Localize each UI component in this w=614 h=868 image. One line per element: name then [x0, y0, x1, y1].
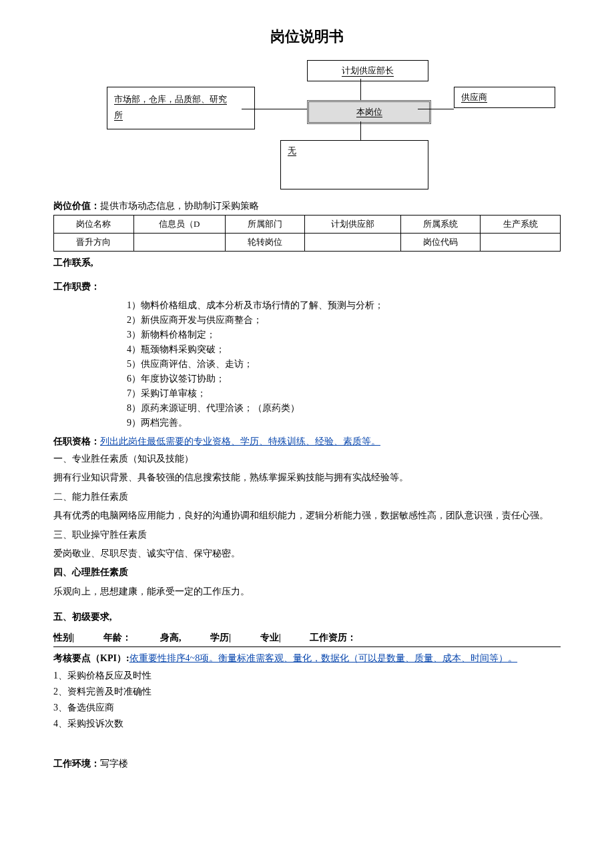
duties-label: 工作职费：	[53, 281, 561, 293]
qual-link: 列出此岗住最低需要的专业资格、学历、特殊训练、经验、素质等。	[100, 436, 380, 446]
org-line	[360, 121, 361, 140]
kpi-item: 4、采购投诉次数	[53, 718, 561, 730]
org-right-text: 供应商	[461, 92, 487, 103]
duty-item: 7）采购订单审核；	[127, 388, 561, 400]
cell: 信息员（D	[133, 215, 225, 234]
org-bottom-box: 无	[280, 140, 428, 189]
org-bottom-text: 无	[288, 145, 296, 156]
info-table: 岗位名称 信息员（D 所属部门 计划供应部 所属系统 生产系统 晋升方向 轮转岗…	[53, 215, 561, 252]
cell: 岗位代码	[400, 234, 481, 252]
org-left-line1: 市场部，仓库，品质部、研究	[114, 94, 227, 105]
qualification-line: 任职资格：列出此岗住最低需要的专业资格、学历、特殊训练、经验、素质等。	[53, 436, 561, 448]
duty-item: 9）两档完善。	[127, 417, 561, 429]
q2-title: 二、能力胜任素质	[53, 490, 561, 504]
req-height: 身高,	[160, 632, 182, 642]
org-chart: 计划供应部长 市场部，仓库，品质部、研究 所 本岗位 供应商 无	[53, 60, 561, 193]
duty-item: 5）供应商评估、洽谈、走访；	[127, 358, 561, 370]
org-line	[418, 109, 454, 109]
req-age: 年龄：	[103, 632, 131, 642]
cell: 所属部门	[225, 215, 305, 234]
kpi-list: 1、采购价格反应及时性 2、资料完善及时准确性 3、备选供应商 4、采购投诉次数	[53, 670, 561, 730]
duty-item: 3）新物料价格制定；	[127, 329, 561, 341]
requirements-row: 性别| 年龄： 身高, 学历| 专业| 工作资历：	[53, 629, 561, 647]
duty-item: 4）瓶颈物料采购突破；	[127, 344, 561, 356]
table-row: 晋升方向 轮转岗位 岗位代码	[54, 234, 561, 252]
table-row: 岗位名称 信息员（D 所属部门 计划供应部 所属系统 生产系统	[54, 215, 561, 234]
env-label: 工作环境：	[53, 759, 100, 769]
org-line	[360, 79, 361, 100]
kpi-item: 3、备选供应商	[53, 702, 561, 714]
duties-list: 1）物料价格组成、成本分析及市场行情的了解、预测与分析； 2）新供应商开发与供应…	[127, 300, 561, 429]
kpi-line: 考核要点（KPI）:依重要性排序4~8项。衡量标准需客观、量化，数据化（可以是数…	[53, 651, 561, 666]
q4-title: 四、心理胜任素质	[53, 565, 561, 580]
duty-item: 6）年度协议签订协助；	[127, 373, 561, 385]
cell: 所属系统	[400, 215, 481, 234]
org-left-line2: 所	[114, 110, 123, 121]
value-label: 岗位价值：	[53, 201, 100, 211]
cell	[481, 234, 561, 252]
q3-title: 三、职业操守胜任素质	[53, 528, 561, 542]
q3-text: 爱岗敬业、尽职尽责、诚实守信、保守秘密。	[53, 546, 561, 561]
cell: 计划供应部	[305, 215, 401, 234]
work-env: 工作环境：写字楼	[53, 757, 561, 771]
cell: 生产系统	[481, 215, 561, 234]
cell: 轮转岗位	[225, 234, 305, 252]
work-contact-label: 工作联系,	[53, 257, 561, 269]
kpi-item: 1、采购价格反应及时性	[53, 670, 561, 682]
org-center-text: 本岗位	[356, 107, 382, 117]
env-text: 写字楼	[100, 759, 128, 769]
q1-title: 一、专业胜任素质（知识及技能）	[53, 452, 561, 466]
kpi-item: 2、资料完善及时准确性	[53, 686, 561, 698]
org-top-box: 计划供应部长	[307, 60, 428, 81]
q1-text: 拥有行业知识背景、具备较强的信息搜索技能，熟练掌握采购技能与拥有实战经验等。	[53, 470, 561, 485]
position-value: 岗位价值：提供市场动态信息，协助制订采购策略	[53, 200, 561, 212]
cell	[133, 234, 225, 252]
kpi-link: 依重要性排序4~8项。衡量标准需客观、量化，数据化（可以是数量、质量、成本、时间…	[129, 653, 518, 663]
cell: 岗位名称	[54, 215, 134, 234]
kpi-label: 考核要点（KPI）:	[53, 653, 129, 663]
duty-item: 1）物料价格组成、成本分析及市场行情的了解、预测与分析；	[127, 300, 561, 312]
qual-label: 任职资格：	[53, 436, 100, 446]
duty-item: 2）新供应商开发与供应商整合；	[127, 314, 561, 326]
q5-title: 五、初级要求,	[53, 610, 561, 624]
cell	[305, 234, 401, 252]
q2-text: 具有优秀的电脑网络应用能力，良好的沟通协调和组织能力，逻辑分析能力强，数据敏感性…	[53, 508, 561, 523]
req-edu: 学历|	[210, 632, 231, 642]
req-major: 专业|	[260, 632, 281, 642]
org-right-box: 供应商	[454, 87, 555, 108]
org-center-box: 本岗位	[307, 100, 431, 124]
duty-item: 8）原药来源证明、代理洽谈；（原药类）	[127, 402, 561, 414]
value-text: 提供市场动态信息，协助制订采购策略	[100, 201, 259, 211]
cell: 晋升方向	[54, 234, 134, 252]
q4-text: 乐观向上，思想建康，能承受一定的工作压力。	[53, 584, 561, 599]
org-line	[242, 109, 307, 109]
req-exp: 工作资历：	[310, 632, 356, 642]
req-gender: 性别|	[53, 632, 74, 642]
org-top-text: 计划供应部长	[342, 65, 394, 77]
org-left-box: 市场部，仓库，品质部、研究 所	[107, 87, 255, 129]
page-title: 岗位说明书	[53, 27, 561, 47]
